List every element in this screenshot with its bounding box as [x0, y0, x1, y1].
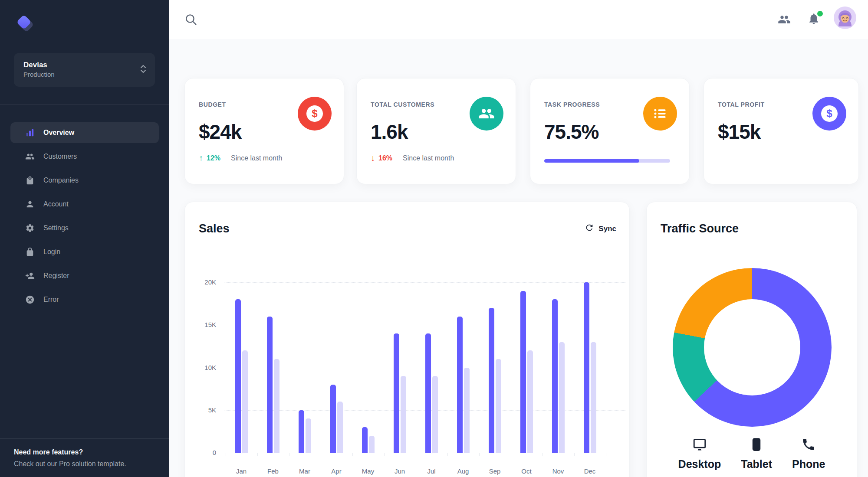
phone-icon	[801, 437, 816, 458]
sidebar-item-overview[interactable]: Overview	[10, 122, 159, 143]
gridline	[224, 368, 625, 368]
bar-last-year-light	[432, 376, 438, 453]
workspace-selector[interactable]: Devias Production	[14, 53, 155, 87]
x-axis-line	[224, 453, 625, 453]
sidebar-nav: Overview Customers Companies Account	[10, 122, 159, 313]
x-axis-tick	[606, 453, 606, 456]
sidebar-item-companies[interactable]: Companies	[10, 170, 159, 191]
x-axis-tick	[226, 453, 226, 456]
x-axis-label: Apr	[321, 467, 352, 475]
arrow-down-icon: ↓	[371, 153, 375, 163]
bar-this-year-dark	[362, 427, 368, 453]
bar-this-year-dark	[457, 317, 463, 453]
legend-item-phone: Phone	[792, 437, 825, 470]
sidebar-item-account[interactable]: Account	[10, 194, 159, 215]
stat-value: $24k	[199, 120, 241, 144]
bar-last-year-light	[274, 359, 279, 453]
workspace-name: Devias	[23, 60, 139, 70]
bar-this-year-dark	[425, 333, 431, 453]
users-icon	[25, 151, 35, 162]
bar-last-year-light	[369, 436, 375, 453]
stat-label: TOTAL CUSTOMERS	[371, 101, 434, 108]
x-axis-label: Nov	[543, 467, 573, 475]
stat-label: TASK PROGRESS	[544, 101, 600, 108]
x-axis-tick	[321, 453, 321, 456]
arrow-up-icon: ↑	[199, 153, 203, 163]
dollar-glyph: $	[826, 108, 832, 120]
notification-badge	[817, 11, 823, 16]
dashboard-page: Devias Production Overview Cus	[0, 0, 868, 477]
devias-logo-icon[interactable]	[15, 13, 37, 35]
sidebar-item-label: Login	[43, 248, 60, 256]
total-customers-card: TOTAL CUSTOMERS 1.6k ↓ 16% Since last mo…	[356, 78, 516, 184]
sidebar-item-customers[interactable]: Customers	[10, 146, 159, 167]
bar-last-year-light	[401, 376, 406, 453]
currency-dollar-icon: $	[298, 97, 332, 131]
x-axis-tick	[416, 453, 416, 456]
legend-item-tablet: Tablet	[741, 437, 772, 470]
gridline	[224, 282, 625, 283]
desktop-monitor-icon	[692, 437, 707, 458]
bar-this-year-dark	[330, 385, 336, 453]
x-axis-tick	[352, 453, 353, 456]
search-icon[interactable]	[184, 13, 198, 26]
task-progress-fill	[544, 159, 639, 163]
contacts-users-icon[interactable]	[778, 13, 791, 26]
stat-value: $15k	[718, 120, 760, 144]
sidebar-footer-divider	[0, 438, 169, 439]
bar-last-year-light	[496, 359, 501, 453]
legend-label: Phone	[792, 458, 825, 470]
bar-last-year-light	[242, 350, 248, 453]
gridline	[224, 410, 625, 411]
sidebar: Devias Production Overview Cus	[0, 0, 169, 477]
bar-last-year-light	[591, 342, 596, 453]
notifications-bell-icon[interactable]	[807, 12, 822, 27]
avatar[interactable]	[834, 7, 856, 29]
sidebar-item-error[interactable]: Error	[10, 289, 159, 310]
sidebar-item-settings[interactable]: Settings	[10, 218, 159, 238]
legend-item-desktop: Desktop	[678, 437, 721, 470]
sidebar-item-login[interactable]: Login	[10, 242, 159, 262]
task-progress-bar	[544, 159, 670, 163]
x-axis-label: Oct	[511, 467, 542, 475]
sidebar-item-label: Error	[43, 296, 59, 304]
sidebar-item-label: Customers	[43, 153, 77, 160]
sidebar-item-register[interactable]: Register	[10, 265, 159, 286]
user-icon	[25, 199, 35, 209]
bar-this-year-dark	[489, 308, 494, 453]
budget-card: BUDGET $ $24k ↑ 12% Since last month	[184, 78, 344, 184]
bar-this-year-dark	[394, 333, 399, 453]
x-axis-label: Jan	[226, 467, 256, 475]
sidebar-divider	[0, 105, 169, 105]
stat-label: TOTAL PROFIT	[718, 101, 765, 108]
sales-chart-card: Sales Sync 05K10K15K20KJanFebMarAprMayJu…	[184, 202, 630, 477]
sales-bar-chart: 05K10K15K20KJanFebMarAprMayJunJulAugSepO…	[185, 202, 630, 477]
traffic-title: Traffic Source	[661, 222, 739, 235]
dollar-glyph: $	[312, 108, 317, 120]
x-axis-label: Jul	[416, 467, 447, 475]
x-axis-label: Dec	[575, 467, 605, 475]
x-axis-tick	[479, 453, 480, 456]
currency-dollar-icon: $	[812, 97, 846, 131]
trend-caption: Since last month	[403, 154, 454, 162]
gridline	[224, 325, 625, 325]
tablet-icon	[749, 437, 764, 458]
unfold-chevrons-icon	[139, 64, 147, 75]
trend-row: ↓ 16% Since last month	[371, 153, 454, 163]
stat-value: 1.6k	[371, 120, 408, 144]
total-profit-card: TOTAL PROFIT $ $15k	[704, 78, 859, 184]
bar-this-year-dark	[584, 282, 589, 453]
gear-icon	[25, 223, 35, 233]
bar-this-year-dark	[267, 317, 273, 453]
traffic-legend: Desktop Tablet Phone	[647, 437, 857, 470]
bar-last-year-light	[464, 368, 470, 453]
x-axis-tick	[511, 453, 511, 456]
x-axis-label: May	[353, 467, 383, 475]
bar-this-year-dark	[299, 410, 304, 453]
x-axis-tick	[289, 453, 289, 456]
stat-label: BUDGET	[199, 101, 226, 108]
x-axis-label: Aug	[448, 467, 478, 475]
task-progress-card: TASK PROGRESS 75.5%	[530, 78, 690, 184]
shopping-bag-icon	[25, 175, 35, 186]
y-axis-label: 0	[194, 449, 216, 456]
